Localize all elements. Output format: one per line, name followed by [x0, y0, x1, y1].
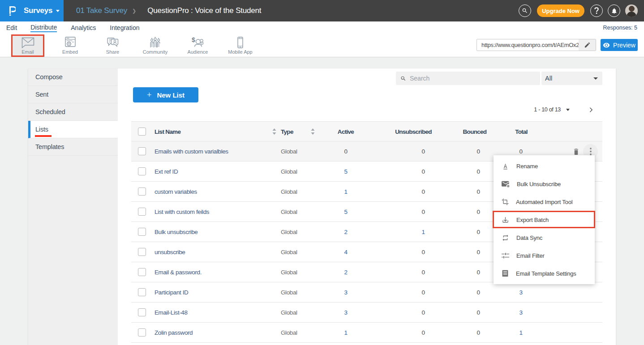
svg-text:$: $	[192, 37, 195, 43]
